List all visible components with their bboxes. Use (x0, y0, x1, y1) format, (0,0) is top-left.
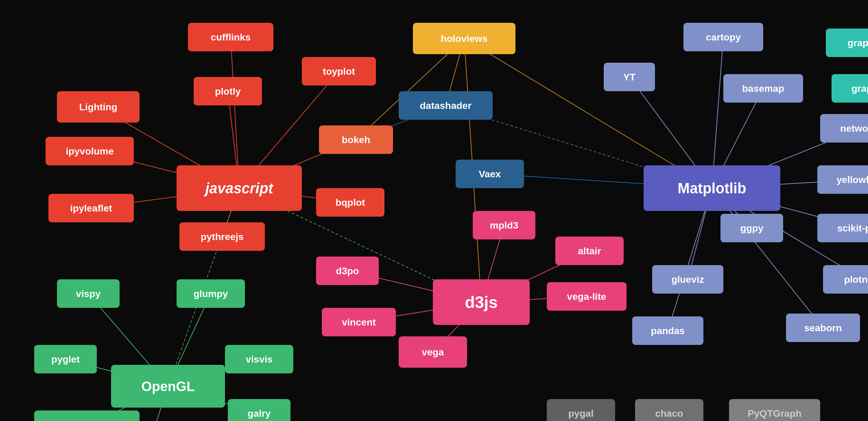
node-pandas[interactable]: pandas (632, 316, 704, 345)
node-label-graphviz: graphviz (851, 83, 868, 94)
node-scikit-plot[interactable]: scikit-plot (817, 214, 868, 242)
node-pythreejs[interactable]: pythreejs (179, 222, 265, 251)
node-vincent[interactable]: vincent (322, 308, 396, 336)
node-label-vega: vega (422, 346, 444, 358)
node-label-ipyleaflet: ipyleaflet (70, 203, 112, 214)
node-datashader[interactable]: datashader (399, 91, 493, 120)
node-label-cartopy: cartopy (706, 32, 741, 43)
node-label-pandas: pandas (651, 325, 685, 336)
node-label-yt: YT (623, 72, 636, 83)
node-label-graphtool: graph-tool (847, 37, 868, 49)
node-toyplot[interactable]: toyplot (302, 57, 376, 85)
node-lighting[interactable]: Lighting (57, 91, 140, 122)
node-label-pyqtgraph: PyQTGraph (748, 408, 802, 419)
node-label-glumpy: glumpy (194, 288, 228, 299)
node-basemap[interactable]: basemap (723, 74, 803, 103)
node-label-datashader: datashader (420, 100, 471, 111)
node-d3js[interactable]: d3js (433, 279, 530, 325)
node-ipyleaflet[interactable]: ipyleaflet (49, 194, 134, 222)
node-label-bokeh: bokeh (342, 134, 370, 145)
node-label-basemap: basemap (742, 83, 784, 94)
node-graphtool[interactable]: graph-tool (826, 28, 868, 57)
node-vaex[interactable]: Vaex (456, 160, 524, 188)
node-label-lighting: Lighting (79, 102, 117, 113)
node-holoviews[interactable]: holoviews (413, 23, 516, 54)
node-galry[interactable]: galry (228, 399, 290, 421)
node-label-seaborn: seaborn (804, 322, 842, 334)
node-pyglet[interactable]: pyglet (34, 345, 97, 373)
node-label-d3po: d3po (336, 265, 359, 277)
node-label-altair: altair (578, 246, 601, 256)
node-label-galry: galry (247, 408, 271, 419)
node-label-mpld3: mpld3 (490, 220, 518, 231)
node-label-opengl: OpenGL (141, 378, 195, 394)
node-bokeh[interactable]: bokeh (319, 125, 393, 154)
node-javascript[interactable]: javascript (177, 165, 302, 211)
node-label-matplotlib: Matplotlib (678, 180, 746, 197)
node-grframework[interactable]: GR Framework (34, 411, 140, 421)
node-label-vispy: vispy (76, 288, 101, 299)
node-graphviz[interactable]: graphviz (832, 74, 868, 103)
node-plotnine[interactable]: plotnine (823, 265, 868, 293)
node-label-glueviz: glueviz (671, 274, 704, 285)
node-vegalite[interactable]: vega-lite (547, 282, 626, 311)
node-label-ipyvolume: ipyvolume (66, 146, 114, 157)
node-label-scikit-plot: scikit-plot (837, 223, 868, 234)
node-yellowbrick[interactable]: yellowbrick (817, 165, 868, 194)
node-d3po[interactable]: d3po (316, 256, 379, 285)
node-label-plotnine: plotnine (844, 274, 868, 285)
node-label-bqplot: bqplot (336, 197, 365, 208)
node-mpld3[interactable]: mpld3 (473, 211, 535, 240)
node-label-toyplot: toyplot (323, 66, 355, 77)
node-label-holoviews: holoviews (441, 33, 488, 44)
node-altair[interactable]: altair (555, 236, 624, 265)
node-label-cufflinks: cufflinks (211, 32, 251, 43)
node-glueviz[interactable]: glueviz (652, 265, 723, 293)
node-label-vegalite: vega-lite (567, 291, 606, 302)
node-vispy[interactable]: vispy (57, 279, 120, 308)
node-yt[interactable]: YT (604, 63, 655, 91)
node-visvis[interactable]: visvis (225, 345, 293, 373)
node-cufflinks[interactable]: cufflinks (188, 23, 273, 51)
node-label-vincent: vincent (342, 317, 376, 328)
node-seaborn[interactable]: seaborn (786, 313, 860, 342)
node-label-networkx: networkx (840, 123, 868, 134)
node-plotly[interactable]: plotly (194, 77, 262, 106)
node-ggpy[interactable]: ggpy (720, 214, 783, 242)
node-matplotlib[interactable]: Matplotlib (644, 165, 780, 211)
node-opengl[interactable]: OpenGL (111, 365, 225, 408)
node-label-pyglet: pyglet (51, 354, 80, 365)
node-label-vaex: Vaex (479, 168, 501, 179)
node-label-ggpy: ggpy (740, 223, 763, 234)
node-networkx[interactable]: networkx (820, 114, 868, 142)
node-ipyvolume[interactable]: ipyvolume (45, 137, 134, 165)
node-glumpy[interactable]: glumpy (177, 279, 245, 308)
node-label-javascript: javascript (205, 180, 273, 197)
node-chaco[interactable]: chaco (635, 399, 704, 421)
node-label-chaco: chaco (655, 408, 683, 419)
node-bqplot[interactable]: bqplot (316, 188, 384, 217)
node-label-pygal: pygal (568, 408, 594, 419)
node-label-d3js: d3js (465, 293, 498, 312)
node-label-visvis: visvis (246, 354, 273, 365)
node-label-plotly: plotly (215, 86, 241, 97)
node-pygal[interactable]: pygal (547, 399, 615, 421)
node-cartopy[interactable]: cartopy (683, 23, 763, 51)
node-label-yellowbrick: yellowbrick (836, 174, 868, 185)
node-vega[interactable]: vega (399, 336, 467, 368)
node-pyqtgraph[interactable]: PyQTGraph (729, 399, 820, 421)
node-label-pythreejs: pythreejs (200, 231, 244, 242)
